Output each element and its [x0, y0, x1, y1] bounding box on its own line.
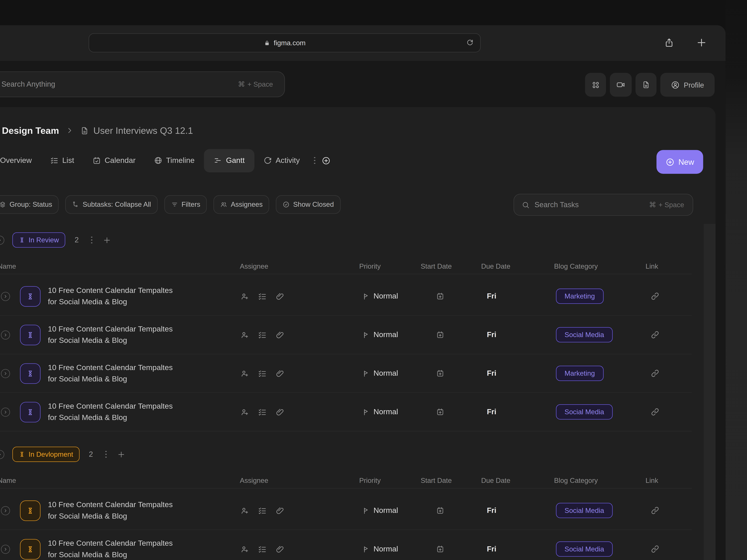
start-date-cell[interactable]	[421, 545, 481, 553]
attachment-icon[interactable]	[275, 369, 284, 378]
link-icon[interactable]	[650, 369, 660, 378]
priority-cell[interactable]: Normal	[359, 506, 421, 515]
add-view-icon[interactable]	[321, 156, 331, 165]
table-row[interactable]: 10 Free Content Calendar Tempaltesfor So…	[0, 316, 692, 354]
tab-gantt[interactable]: Gantt	[204, 149, 254, 172]
task-category-pill[interactable]: Marketing	[556, 366, 603, 381]
column-header-due-date[interactable]: Due Date	[481, 262, 511, 270]
due-date-cell[interactable]: Fri	[481, 545, 554, 553]
status-badge[interactable]	[20, 539, 40, 559]
assign-person-icon[interactable]	[240, 544, 249, 554]
attachment-icon[interactable]	[275, 544, 284, 554]
task-title[interactable]: 10 Free Content Calendar Tempaltesfor So…	[48, 285, 173, 308]
column-header-start-date[interactable]: Start Date	[421, 477, 452, 484]
table-row[interactable]: 10 Free Content Calendar Tempaltesfor So…	[0, 277, 692, 316]
attachment-icon[interactable]	[275, 292, 284, 301]
start-date-cell[interactable]	[421, 330, 481, 339]
group-add-task-icon[interactable]	[117, 450, 125, 458]
refresh-icon[interactable]	[466, 38, 474, 47]
filters-chip[interactable]: Filters	[164, 195, 207, 214]
status-badge[interactable]	[20, 363, 40, 383]
subtasks-chip[interactable]: Subtasks: Collapse All	[66, 195, 158, 214]
checklist-icon[interactable]	[258, 292, 266, 301]
priority-cell[interactable]: Normal	[359, 330, 421, 339]
assign-person-icon[interactable]	[240, 407, 249, 417]
checklist-icon[interactable]	[258, 506, 266, 515]
attachment-icon[interactable]	[275, 407, 284, 417]
docs-button[interactable]	[636, 73, 656, 97]
row-expand-toggle[interactable]	[1, 506, 10, 515]
due-date-cell[interactable]: Fri	[481, 506, 554, 515]
video-button[interactable]	[610, 73, 632, 97]
show-closed-chip[interactable]: Show Closed	[276, 195, 340, 214]
column-header-assignee[interactable]: Assignee	[240, 262, 268, 270]
column-header-priority[interactable]: Priority	[359, 262, 381, 270]
row-expand-toggle[interactable]	[1, 369, 10, 378]
column-header-link[interactable]: Link	[646, 262, 658, 270]
checklist-icon[interactable]	[258, 544, 266, 554]
task-category-pill[interactable]: Social Media	[556, 541, 613, 557]
link-icon[interactable]	[650, 544, 660, 554]
table-row[interactable]: 10 Free Content Calendar Tempaltesfor So…	[0, 393, 692, 431]
task-title[interactable]: 10 Free Content Calendar Tempaltesfor So…	[48, 537, 173, 560]
tab-calendar[interactable]: Calendar	[92, 156, 135, 165]
task-title[interactable]: 10 Free Content Calendar Tempaltesfor So…	[48, 362, 173, 385]
start-date-cell[interactable]	[421, 369, 481, 377]
new-button[interactable]: New	[656, 150, 703, 174]
column-header-start-date[interactable]: Start Date	[421, 262, 452, 270]
column-header-priority[interactable]: Priority	[359, 477, 381, 484]
link-icon[interactable]	[650, 506, 660, 515]
assignees-chip[interactable]: Assignees	[214, 195, 269, 214]
row-expand-toggle[interactable]	[1, 407, 10, 417]
tab-overview[interactable]: Overview	[0, 156, 32, 165]
breadcrumb-team[interactable]: Design Team	[2, 125, 59, 136]
row-expand-toggle[interactable]	[1, 330, 10, 339]
task-category-pill[interactable]: Social Media	[556, 327, 613, 342]
status-badge[interactable]	[20, 324, 40, 345]
status-badge[interactable]	[20, 286, 40, 306]
assign-person-icon[interactable]	[240, 292, 249, 301]
table-row[interactable]: 10 Free Content Calendar Tempaltesfor So…	[0, 491, 692, 530]
checklist-icon[interactable]	[258, 369, 266, 378]
priority-cell[interactable]: Normal	[359, 369, 421, 377]
task-category-pill[interactable]: Marketing	[556, 289, 603, 304]
group-menu-dots[interactable]	[105, 451, 107, 458]
row-expand-toggle[interactable]	[1, 292, 10, 301]
task-category-pill[interactable]: Social Media	[556, 404, 613, 420]
status-badge[interactable]	[20, 500, 40, 521]
due-date-cell[interactable]: Fri	[481, 330, 554, 339]
column-header-name[interactable]: Name	[0, 477, 16, 484]
table-row[interactable]: 10 Free Content Calendar Tempaltesfor So…	[0, 354, 692, 393]
column-header-due-date[interactable]: Due Date	[481, 477, 511, 484]
column-header-name[interactable]: Name	[0, 262, 16, 270]
column-header-blog-category[interactable]: Blog Category	[554, 477, 598, 484]
link-icon[interactable]	[650, 407, 660, 417]
checklist-icon[interactable]	[258, 330, 266, 339]
breadcrumb-document[interactable]: User Interviews Q3 12.1	[93, 125, 193, 136]
due-date-cell[interactable]: Fri	[481, 369, 554, 377]
due-date-cell[interactable]: Fri	[481, 292, 554, 300]
link-icon[interactable]	[650, 330, 660, 340]
column-header-link[interactable]: Link	[646, 477, 658, 484]
apps-button[interactable]	[585, 73, 606, 97]
group-status-pill[interactable]: In Review	[12, 232, 65, 248]
task-category-pill[interactable]: Social Media	[556, 503, 613, 518]
group-by-chip[interactable]: Group: Status	[0, 195, 59, 214]
row-expand-toggle[interactable]	[1, 544, 10, 554]
profile-button[interactable]: Profile	[660, 73, 715, 97]
assign-person-icon[interactable]	[240, 330, 249, 339]
task-search-input[interactable]: Search Tasks ⌘ + Space	[514, 194, 693, 216]
attachment-icon[interactable]	[275, 506, 284, 515]
column-header-assignee[interactable]: Assignee	[240, 477, 268, 484]
workspace-search-input[interactable]: Search Anything ⌘ + Space	[0, 72, 285, 97]
task-title[interactable]: 10 Free Content Calendar Tempaltesfor So…	[48, 400, 173, 424]
link-icon[interactable]	[650, 291, 660, 301]
tab-list[interactable]: List	[50, 156, 74, 165]
assign-person-icon[interactable]	[240, 369, 249, 378]
column-header-blog-category[interactable]: Blog Category	[554, 262, 598, 270]
share-icon[interactable]	[664, 37, 674, 49]
table-row[interactable]: 10 Free Content Calendar Tempaltesfor So…	[0, 530, 692, 560]
group-menu-dots[interactable]	[91, 236, 93, 243]
group-status-pill[interactable]: In Devlopment	[12, 447, 79, 462]
task-title[interactable]: 10 Free Content Calendar Tempaltesfor So…	[48, 499, 173, 522]
